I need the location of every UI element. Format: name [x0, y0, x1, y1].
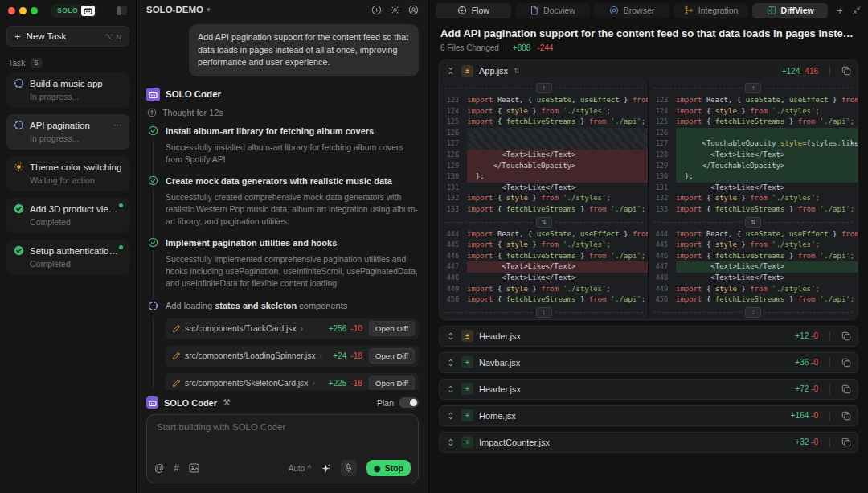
collapsed-file-row[interactable]: +ImpactCounter.jsx+32 -0	[439, 432, 858, 453]
collapsed-file-row[interactable]: +Home.jsx+164 -0	[439, 405, 858, 426]
copy-icon[interactable]	[841, 438, 851, 447]
edit-file-icon	[172, 351, 181, 360]
additions-count: +72	[795, 384, 809, 393]
diff-icon	[767, 6, 776, 15]
copy-icon[interactable]	[841, 411, 851, 421]
expand-mid-button[interactable]: ⇅	[745, 217, 761, 228]
chevron-down-icon[interactable]: ▾	[207, 6, 211, 14]
tab-diffview[interactable]: DiffView	[752, 3, 828, 18]
sidebar-toggle-icon[interactable]	[116, 6, 128, 16]
task-status: Completed	[30, 259, 122, 269]
collapse-panel-icon[interactable]	[852, 6, 862, 15]
close-window-button[interactable]	[8, 7, 15, 14]
tab-integration[interactable]: Integration	[674, 3, 749, 18]
composer-input[interactable]: Start building with SOLO Coder	[147, 415, 418, 460]
unfold-icon[interactable]	[446, 358, 456, 368]
collapsed-file-row[interactable]: +Navbar.jsx+36 -0	[439, 352, 858, 373]
agent-steps: Install album-art library for fetching a…	[146, 125, 419, 300]
collapsed-file-row[interactable]: ±Header.jsx+12 -0	[439, 326, 858, 347]
tab-flow[interactable]: Flow	[436, 3, 511, 18]
settings-gear-icon[interactable]	[390, 5, 400, 15]
stop-button[interactable]: ◉ Stop	[366, 460, 411, 476]
deletions-count: -0	[811, 384, 818, 393]
open-diff-button[interactable]: Open Diff	[369, 321, 415, 336]
expand-mid-button[interactable]: ⇅	[536, 217, 552, 228]
copy-icon[interactable]	[841, 358, 851, 368]
unfold-icon[interactable]	[446, 331, 456, 341]
open-diff-button[interactable]: Open Diff	[369, 376, 415, 390]
task-item[interactable]: Setup authentication syste...Completed	[6, 240, 129, 275]
spinner-icon	[14, 120, 24, 130]
chat-messages[interactable]: Add API pagination support for the conte…	[137, 19, 428, 390]
spinner-icon	[148, 300, 158, 314]
copy-icon[interactable]	[841, 384, 851, 394]
tab-label: DiffView	[781, 6, 814, 15]
code-line: 124import { style } from './styles';	[649, 106, 858, 117]
code-line: 128 <Text>Like</Text>	[440, 150, 648, 161]
plan-toggle[interactable]	[399, 397, 419, 408]
more-options-icon[interactable]: ⋯	[113, 120, 122, 130]
task-item[interactable]: Add 3D product viewerCompleted	[6, 198, 129, 233]
project-title[interactable]: SOLO-DEMO	[146, 5, 203, 14]
add-tab-button[interactable]: +	[832, 5, 848, 17]
file-change-row[interactable]: src/components/SkeletonCard.jsx›+225-18O…	[166, 373, 419, 390]
line-number: 125	[440, 117, 467, 128]
fold-icon[interactable]	[446, 66, 456, 76]
history-account-icon[interactable]	[408, 5, 419, 15]
diff-scroll-area[interactable]: ± App.jsx ⇅ +124 -416 ↑123import React, …	[429, 60, 868, 493]
code-line: 448 <Text>Like</Text>	[440, 273, 648, 284]
sort-icon[interactable]: ⇅	[514, 67, 520, 75]
code-line: 127 <TouchableOpacity style={styles.like…	[649, 138, 858, 150]
browser-icon	[609, 6, 619, 15]
tools-icon[interactable]: ⚒	[223, 397, 231, 408]
line-number: 125	[649, 117, 676, 128]
copy-icon[interactable]	[841, 66, 851, 76]
minimize-window-button[interactable]	[19, 7, 27, 14]
mode-label: Auto	[289, 464, 305, 473]
diff-file-header[interactable]: ± App.jsx ⇅ +124 -416	[440, 60, 858, 81]
added-file-icon: +	[461, 409, 473, 421]
robot-icon	[81, 6, 95, 16]
unfold-icon[interactable]	[446, 438, 456, 447]
expand-up-button[interactable]: ↑	[536, 83, 552, 93]
additions-count: +164	[791, 411, 809, 420]
line-number: 449	[440, 284, 467, 295]
thought-row[interactable]: Thought for 12s	[147, 108, 419, 117]
expand-up-button[interactable]: ↑	[745, 83, 761, 93]
collapsed-file-row[interactable]: +Header.jsx+72 -0	[439, 379, 858, 400]
line-number: 128	[440, 150, 467, 161]
enhance-wand-icon[interactable]	[321, 463, 331, 474]
file-name: Header.jsx	[479, 331, 521, 341]
task-item[interactable]: API pagination⋯In progress...	[6, 114, 129, 150]
file-change-row[interactable]: src/components/TrackCard.jsx›+256-10Open…	[166, 318, 419, 339]
task-item[interactable]: Build a music appIn progress...	[6, 72, 129, 108]
code-line: 450import { fetchLiveStreams } from './a…	[440, 294, 648, 306]
task-item[interactable]: Theme color switchingWaiting for action	[6, 156, 129, 191]
task-status: In progress...	[30, 134, 122, 143]
new-task-button[interactable]: + New Task ⌥ N	[6, 26, 129, 47]
modified-file-icon: ±	[461, 65, 473, 77]
zoom-window-button[interactable]	[31, 7, 38, 14]
tab-docview[interactable]: Docview	[515, 3, 591, 18]
expand-down-button[interactable]: ↓	[745, 307, 761, 318]
code-line: 133import { fetchLiveStreams } from './a…	[649, 204, 858, 216]
total-deletions: -244	[537, 43, 553, 52]
line-number: 446	[440, 251, 467, 262]
unfold-icon[interactable]	[446, 384, 456, 394]
open-diff-button[interactable]: Open Diff	[369, 348, 415, 364]
unfold-icon[interactable]	[446, 411, 456, 421]
chevron-right-icon: ›	[312, 379, 314, 388]
mention-icon[interactable]: @	[154, 462, 164, 474]
task-status: Waiting for action	[30, 175, 122, 185]
new-chat-icon[interactable]	[371, 5, 382, 15]
image-attach-icon[interactable]	[189, 463, 199, 473]
hash-icon[interactable]: #	[174, 462, 179, 474]
model-mode-select[interactable]: Auto ^	[289, 464, 311, 473]
copy-icon[interactable]	[841, 331, 851, 341]
expand-up-row: ↑	[440, 81, 648, 95]
expand-down-button[interactable]: ↓	[536, 307, 552, 318]
tab-browser[interactable]: Browser	[594, 3, 669, 18]
file-change-row[interactable]: src/components/LoadingSpinner.jsx›+24-18…	[166, 346, 419, 367]
microphone-icon[interactable]	[341, 460, 357, 476]
diff-file-name: App.jsx	[479, 66, 508, 76]
